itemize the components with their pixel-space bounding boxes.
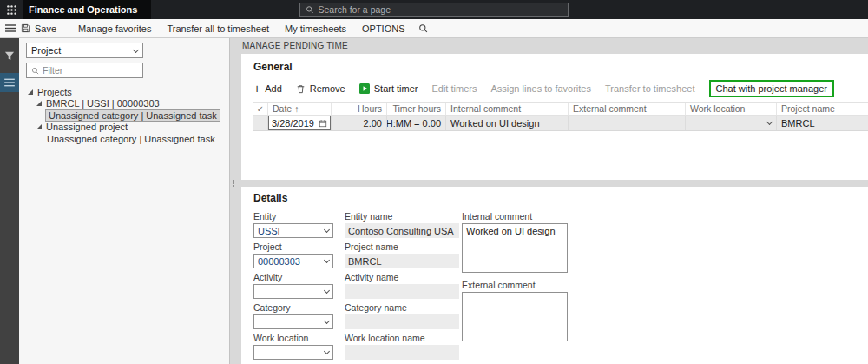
activity-field[interactable]	[253, 284, 333, 299]
filter-pane-button[interactable]	[0, 46, 19, 65]
details-fields: Entity USSI Project 00000303 Activity	[253, 211, 868, 360]
work-location-field[interactable]	[253, 345, 333, 360]
start-timer-button[interactable]: Start timer	[359, 83, 418, 94]
work-location-cell[interactable]	[686, 116, 777, 130]
command-search-button[interactable]	[413, 19, 434, 38]
category-field[interactable]	[253, 314, 333, 329]
tree-item-unassigned-project[interactable]: Unassigned project	[26, 122, 220, 134]
external-comment-cell[interactable]	[569, 116, 686, 130]
project-name-field: BMRCL	[345, 254, 459, 268]
expander-icon[interactable]	[28, 89, 33, 95]
chevron-down-icon[interactable]	[324, 318, 330, 324]
internal-comment-cell[interactable]: Worked on UI design	[446, 116, 569, 130]
entity-name-label: Entity name	[345, 211, 459, 222]
category-label: Category	[253, 302, 333, 314]
panel-splitter[interactable]	[241, 180, 868, 187]
column-header-internal-comment[interactable]: Internal comment	[446, 103, 569, 115]
hours-cell[interactable]: 2.00	[332, 116, 387, 130]
trash-icon	[296, 84, 306, 94]
app-launcher-icon[interactable]	[0, 0, 23, 19]
entity-label: Entity	[253, 211, 333, 222]
view-selector-dropdown[interactable]: Project	[26, 43, 143, 58]
waffle-icon	[7, 5, 16, 15]
work-location-label: Work location	[253, 333, 333, 344]
app-title[interactable]: Finance and Operations	[23, 0, 151, 19]
plus-icon: +	[253, 84, 260, 94]
expander-icon[interactable]	[36, 124, 42, 129]
page-search-input[interactable]	[319, 4, 562, 15]
details-column-lookups: Entity USSI Project 00000303 Activity	[253, 211, 333, 363]
work-location-name-label: Work location name	[345, 333, 459, 344]
project-field[interactable]: 00000303	[253, 254, 333, 268]
options-menu-button[interactable]: OPTIONS	[354, 19, 413, 38]
internal-comment-textarea[interactable]: Worked on UI design	[462, 223, 568, 273]
selected-tree-node[interactable]: Unassigned category | Unassigned task	[45, 109, 220, 122]
calendar-icon[interactable]	[319, 119, 327, 128]
hamburger-menu-button[interactable]	[0, 19, 21, 38]
transfer-all-to-timesheet-button[interactable]: Transfer all to timesheet	[159, 19, 277, 38]
column-header-hours[interactable]: Hours	[332, 103, 387, 115]
date-cell[interactable]: 3/28/2019	[268, 116, 332, 130]
row-select-checkbox[interactable]	[253, 116, 268, 130]
column-header-date[interactable]: Date ↑	[268, 103, 332, 115]
tree-item-unassigned-task-2[interactable]: Unassigned category | Unassigned task	[26, 133, 220, 145]
page-search-box[interactable]	[299, 3, 569, 17]
task-list-pane-button[interactable]	[0, 73, 19, 92]
entity-name-field: Contoso Consulting USA	[345, 223, 459, 238]
chevron-down-icon[interactable]	[324, 227, 330, 233]
list-icon	[4, 78, 15, 87]
assign-lines-to-favorites-button[interactable]: Assign lines to favorites	[490, 83, 591, 94]
content-area: MANAGE PENDING TIME General + Add Remove	[230, 38, 868, 364]
select-all-column-header[interactable]: ✓	[253, 103, 268, 115]
chevron-down-icon[interactable]	[766, 119, 773, 125]
tree-item-bmrcl[interactable]: BMRCL | USSI | 00000303	[26, 98, 220, 110]
external-comment-label: External comment	[462, 280, 568, 291]
chevron-down-icon[interactable]	[324, 257, 330, 263]
play-icon	[359, 83, 370, 94]
my-timesheets-button[interactable]: My timesheets	[277, 19, 354, 38]
column-header-timer-hours[interactable]: Timer hours	[387, 103, 446, 115]
general-heading: General	[253, 61, 868, 73]
entity-field[interactable]: USSI	[253, 223, 333, 238]
grid-toolbar: + Add Remove Start timer	[253, 80, 868, 97]
column-header-external-comment[interactable]: External comment	[569, 103, 686, 115]
tree-filter-box[interactable]	[26, 63, 143, 78]
grip-icon	[233, 180, 234, 187]
view-selector-value: Project	[31, 45, 61, 56]
page-title: MANAGE PENDING TIME	[230, 38, 868, 54]
left-nav-strip	[0, 38, 19, 364]
details-column-names: Entity name Contoso Consulting USA Proje…	[345, 211, 459, 363]
work-location-name-field	[345, 345, 459, 360]
remove-line-button[interactable]: Remove	[296, 83, 345, 94]
save-button[interactable]: Save	[21, 19, 56, 38]
external-comment-textarea[interactable]	[462, 292, 568, 341]
project-tree: Projects BMRCL | USSI | 00000303 Unassig…	[26, 86, 220, 145]
category-name-field	[345, 314, 459, 329]
tree-item-unassigned-task-1[interactable]: Unassigned category | Unassigned task	[26, 109, 220, 122]
top-navigation-bar: Finance and Operations	[0, 0, 868, 19]
details-heading: Details	[253, 192, 868, 204]
add-line-button[interactable]: + Add	[253, 83, 282, 94]
sort-ascending-icon: ↑	[294, 103, 299, 114]
details-column-comments: Internal comment Worked on UI design Ext…	[462, 211, 568, 341]
expander-icon[interactable]	[36, 101, 42, 106]
command-bar: Save Manage favorites Transfer all to ti…	[0, 19, 868, 38]
manage-favorites-button[interactable]: Manage favorites	[70, 19, 159, 38]
tree-item-projects[interactable]: Projects	[26, 86, 220, 98]
project-name-cell[interactable]: BMRCL	[777, 116, 868, 130]
chevron-down-icon[interactable]	[324, 288, 330, 294]
column-header-project-name[interactable]: Project name	[777, 103, 868, 115]
chat-with-project-manager-button[interactable]: Chat with project manager	[709, 80, 834, 97]
general-section: General + Add Remove	[241, 54, 868, 180]
tree-filter-input[interactable]	[43, 65, 138, 76]
timer-hours-cell[interactable]: HH:MM = 0.00	[387, 116, 446, 130]
activity-label: Activity	[253, 272, 333, 283]
filter-sidebar: Project Projects BMRCL | USSI | 00000303	[19, 38, 230, 364]
transfer-to-timesheet-button[interactable]: Transfer to timesheet	[605, 83, 695, 94]
pending-time-grid: ✓ Date ↑ Hours Timer hours Internal comm…	[253, 102, 868, 131]
grid-row[interactable]: 3/28/2019 2.00 HH:MM = 0.00 Worked on UI…	[253, 116, 868, 131]
column-header-work-location[interactable]: Work location	[686, 103, 777, 115]
edit-timers-button[interactable]: Edit timers	[431, 83, 477, 94]
details-section: Details Entity USSI Project 00000303	[241, 187, 868, 364]
chevron-down-icon[interactable]	[324, 348, 330, 354]
